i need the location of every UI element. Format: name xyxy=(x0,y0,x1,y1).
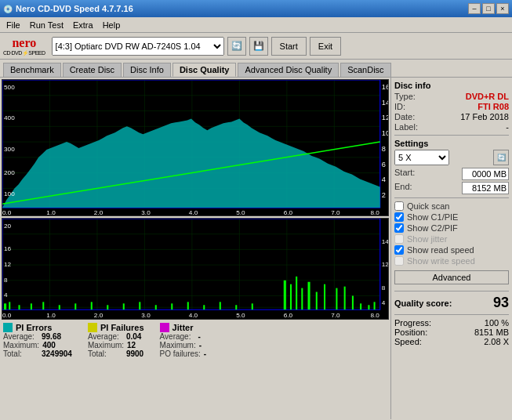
svg-text:6: 6 xyxy=(382,161,386,168)
legend-jitter-po-failures: PO failures: - xyxy=(160,349,207,358)
show-c2-pif-row: Show C2/PIF xyxy=(394,223,509,233)
svg-text:1.0: 1.0 xyxy=(46,209,56,215)
divider-4 xyxy=(394,314,509,315)
disc-date-row: Date: 17 Feb 2018 xyxy=(394,112,509,121)
svg-rect-66 xyxy=(139,302,140,310)
svg-text:5.0: 5.0 xyxy=(236,209,245,215)
settings-title: Settings xyxy=(394,139,509,148)
svg-rect-41 xyxy=(2,219,388,319)
logo-sub: CD·DVD⚡SPEED xyxy=(3,50,45,56)
quick-scan-checkbox[interactable] xyxy=(394,201,404,211)
show-jitter-checkbox[interactable] xyxy=(394,234,404,244)
show-read-speed-row: Show read speed xyxy=(394,245,509,255)
minimize-button[interactable]: – xyxy=(468,3,481,14)
advanced-button[interactable]: Advanced xyxy=(394,270,509,284)
disc-id-label: ID: xyxy=(394,102,405,111)
exit-button[interactable]: Exit xyxy=(310,37,341,56)
end-mb-input[interactable] xyxy=(462,182,509,194)
svg-text:16: 16 xyxy=(382,83,388,91)
svg-text:0.0: 0.0 xyxy=(2,312,12,319)
svg-rect-71 xyxy=(220,302,221,310)
menu-run-test[interactable]: Run Test xyxy=(25,19,68,31)
tab-create-disc[interactable]: Create Disc xyxy=(63,63,122,77)
svg-rect-77 xyxy=(301,288,303,310)
settings-refresh-button[interactable]: 🔄 xyxy=(493,150,509,165)
save-icon: 💾 xyxy=(253,41,264,51)
legend-pi-failures-max: Maximum: 12 xyxy=(88,341,144,349)
save-button[interactable]: 💾 xyxy=(249,37,268,56)
tab-disc-quality[interactable]: Disc Quality xyxy=(172,63,237,77)
legend-pi-failures-avg: Average: 0.04 xyxy=(88,332,144,341)
chart-bottom-svg: 20 16 12 8 4 14 12 8 4 0.0 1.0 2.0 3.0 4… xyxy=(2,219,388,319)
progress-section: Progress: 100 % Position: 8151 MB Speed:… xyxy=(394,318,509,346)
show-read-speed-label: Show read speed xyxy=(407,245,474,255)
divider-3 xyxy=(394,291,509,291)
speed-row-bottom: Speed: 2.08 X xyxy=(394,337,509,346)
tab-advanced-disc-quality[interactable]: Advanced Disc Quality xyxy=(238,63,339,77)
divider-2 xyxy=(394,197,509,198)
tab-benchmark[interactable]: Benchmark xyxy=(3,63,61,77)
svg-text:4: 4 xyxy=(382,176,386,184)
tab-bar: Benchmark Create Disc Disc Info Disc Qua… xyxy=(0,60,512,78)
menu-bar: File Run Test Extra Help xyxy=(0,17,512,33)
drive-select[interactable]: [4:3] Optiarc DVD RW AD-7240S 1.04 xyxy=(52,37,224,56)
svg-text:500: 500 xyxy=(4,84,15,91)
svg-rect-73 xyxy=(252,303,253,310)
speed-select[interactable]: 5 X xyxy=(394,150,449,165)
chart-bottom: 20 16 12 8 4 14 12 8 4 0.0 1.0 2.0 3.0 4… xyxy=(2,218,389,320)
svg-rect-69 xyxy=(187,302,189,310)
svg-rect-64 xyxy=(107,305,108,310)
svg-rect-65 xyxy=(123,303,125,310)
svg-text:12: 12 xyxy=(382,261,388,268)
title-bar-controls: – □ × xyxy=(468,3,509,14)
show-write-speed-checkbox[interactable] xyxy=(394,256,404,266)
svg-rect-81 xyxy=(336,288,337,310)
quick-scan-label: Quick scan xyxy=(407,201,449,211)
progress-row: Progress: 100 % xyxy=(394,318,509,328)
start-mb-row: Start: xyxy=(394,168,509,180)
start-button[interactable]: Start xyxy=(271,37,307,56)
svg-text:4: 4 xyxy=(382,299,386,306)
close-button[interactable]: × xyxy=(496,3,509,14)
disc-date-value: 17 Feb 2018 xyxy=(460,112,509,121)
show-c1-pie-row: Show C1/PIE xyxy=(394,212,509,222)
svg-text:4.0: 4.0 xyxy=(189,209,198,215)
menu-extra[interactable]: Extra xyxy=(68,19,98,31)
show-c1-pie-checkbox[interactable] xyxy=(394,212,404,222)
chart-container: 16 14 12 10 8 6 4 2 500 400 300 200 100 … xyxy=(0,78,390,419)
menu-help[interactable]: Help xyxy=(98,19,125,31)
menu-file[interactable]: File xyxy=(2,19,25,31)
svg-text:1.0: 1.0 xyxy=(46,312,56,319)
svg-rect-59 xyxy=(31,303,32,310)
logo: nero CD·DVD⚡SPEED xyxy=(3,36,45,56)
show-jitter-label: Show jitter xyxy=(407,234,447,244)
svg-text:16: 16 xyxy=(4,245,12,252)
legend-pi-errors-max: Maximum: 400 xyxy=(3,341,72,349)
show-c2-pif-checkbox[interactable] xyxy=(394,223,404,233)
svg-text:3.0: 3.0 xyxy=(141,312,151,319)
svg-text:6.0: 6.0 xyxy=(284,209,293,215)
svg-text:14: 14 xyxy=(382,99,388,107)
disc-info-title: Disc info xyxy=(394,81,509,90)
svg-text:400: 400 xyxy=(4,115,15,122)
speed-label: Speed: xyxy=(394,337,422,346)
svg-text:12: 12 xyxy=(4,261,12,268)
refresh-button[interactable]: 🔄 xyxy=(227,37,246,56)
quick-scan-row: Quick scan xyxy=(394,201,509,211)
maximize-button[interactable]: □ xyxy=(482,3,495,14)
tab-scandisc[interactable]: ScanDisc xyxy=(340,63,390,77)
disc-type-label: Type: xyxy=(394,92,416,101)
svg-text:2.0: 2.0 xyxy=(94,209,103,215)
legend-pi-errors-title: PI Errors xyxy=(3,323,72,332)
svg-rect-58 xyxy=(19,305,20,310)
svg-rect-76 xyxy=(296,277,297,310)
position-value: 8151 MB xyxy=(474,328,509,337)
show-read-speed-checkbox[interactable] xyxy=(394,245,404,255)
svg-rect-57 xyxy=(9,302,10,310)
tab-disc-info[interactable]: Disc Info xyxy=(123,63,171,77)
show-c2-pif-label: Show C2/PIF xyxy=(407,223,458,233)
start-mb-input[interactable] xyxy=(462,168,509,180)
legend-pi-errors-avg: Average: 99.68 xyxy=(3,332,72,341)
refresh-icon: 🔄 xyxy=(231,41,242,51)
quality-score-row: Quality score: 93 xyxy=(394,295,509,311)
